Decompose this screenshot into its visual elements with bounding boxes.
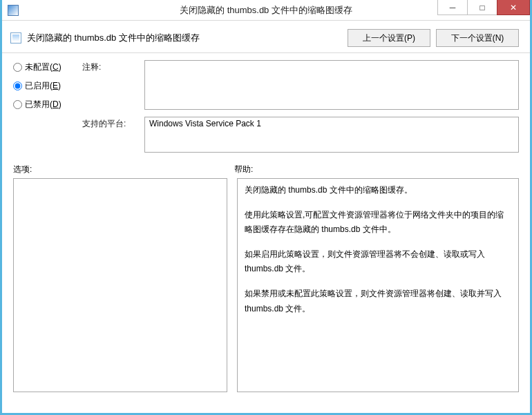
config-area: 未配置(C) 已启用(E) 已禁用(D) 注释: 支持的平台: Windows … — [2, 53, 530, 158]
maximize-button[interactable]: □ — [467, 0, 497, 15]
radio-disabled[interactable]: 已禁用(D) — [13, 99, 82, 110]
help-p4: 如果禁用或未配置此策略设置，则文件资源管理器将创建、读取并写入 thumbs.d… — [245, 287, 511, 316]
radio-enabled[interactable]: 已启用(E) — [13, 80, 82, 92]
comment-label: 注释: — [82, 60, 144, 73]
next-setting-label: 下一个设置(N) — [451, 33, 504, 43]
policy-icon — [10, 32, 21, 44]
help-p2: 使用此策略设置,可配置文件资源管理器将位于网络文件夹中的项目的缩略图缓存存在隐藏… — [245, 208, 511, 238]
help-p3: 如果启用此策略设置，则文件资源管理器将不会创建、读取或写入 thumbs.db … — [245, 247, 511, 277]
radio-not-configured-label: 未配置(C) — [25, 61, 61, 73]
window-icon — [8, 5, 19, 16]
panels-row: 关闭隐藏的 thumbs.db 文件中的缩略图缓存。 使用此策略设置,可配置文件… — [2, 178, 530, 392]
titlebar: 关闭隐藏的 thumbs.db 文件中的缩略图缓存 ─ □ ✕ — [2, 0, 530, 21]
radio-not-configured-input[interactable] — [13, 63, 22, 72]
next-setting-button[interactable]: 下一个设置(N) — [436, 29, 519, 47]
radio-enabled-input[interactable] — [13, 81, 22, 90]
close-button[interactable]: ✕ — [497, 0, 530, 15]
platform-box: Windows Vista Service Pack 1 — [144, 117, 519, 153]
help-panel[interactable]: 关闭隐藏的 thumbs.db 文件中的缩略图缓存。 使用此策略设置,可配置文件… — [237, 178, 519, 392]
previous-setting-label: 上一个设置(P) — [363, 33, 415, 43]
radio-enabled-label: 已启用(E) — [25, 80, 61, 92]
help-label: 帮助: — [234, 164, 253, 175]
radio-group: 未配置(C) 已启用(E) 已禁用(D) — [13, 60, 82, 153]
header-row: 关闭隐藏的 thumbs.db 文件中的缩略图缓存 上一个设置(P) 下一个设置… — [2, 21, 530, 53]
section-labels: 选项: 帮助: — [2, 158, 530, 178]
platform-value: Windows Vista Service Pack 1 — [149, 119, 261, 128]
platform-label: 支持的平台: — [82, 117, 144, 130]
fields-column: 注释: 支持的平台: Windows Vista Service Pack 1 — [82, 60, 519, 153]
options-panel[interactable] — [13, 178, 227, 392]
previous-setting-button[interactable]: 上一个设置(P) — [348, 29, 430, 47]
radio-disabled-input[interactable] — [13, 100, 22, 109]
comment-textarea[interactable] — [144, 60, 519, 110]
help-p1: 关闭隐藏的 thumbs.db 文件中的缩略图缓存。 — [245, 183, 511, 198]
radio-not-configured[interactable]: 未配置(C) — [13, 61, 82, 73]
radio-disabled-label: 已禁用(D) — [25, 99, 61, 110]
options-label: 选项: — [13, 164, 234, 175]
minimize-button[interactable]: ─ — [437, 0, 468, 15]
policy-title: 关闭隐藏的 thumbs.db 文件中的缩略图缓存 — [27, 32, 342, 44]
window-buttons: ─ □ ✕ — [438, 0, 530, 17]
